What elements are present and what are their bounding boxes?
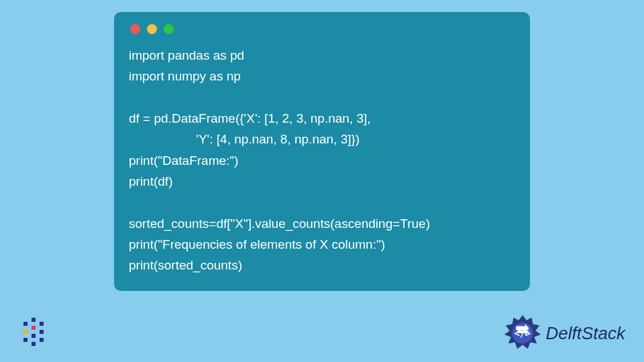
svg-rect-2 — [23, 338, 28, 342]
svg-text:</>: </> — [514, 328, 530, 339]
svg-rect-9 — [40, 338, 44, 342]
code-window: import pandas as pd import numpy as np d… — [114, 12, 530, 291]
brand-right-text: DelftStack — [546, 323, 626, 344]
window-dots — [129, 24, 515, 34]
svg-rect-5 — [32, 334, 36, 338]
svg-rect-8 — [40, 330, 44, 334]
brand-right: </> DelftStack — [503, 314, 626, 353]
svg-rect-6 — [32, 342, 36, 346]
svg-rect-4 — [32, 326, 36, 330]
svg-rect-7 — [40, 322, 44, 326]
svg-rect-1 — [23, 330, 28, 334]
window-dot-maximize-icon — [164, 24, 174, 34]
window-dot-minimize-icon — [147, 24, 157, 34]
brand-left-logo-icon — [21, 318, 48, 347]
brand-right-logo-icon: </> — [503, 314, 542, 353]
svg-rect-0 — [23, 322, 28, 326]
window-dot-close-icon — [130, 24, 140, 34]
code-block: import pandas as pd import numpy as np d… — [129, 45, 515, 276]
svg-rect-3 — [32, 318, 36, 322]
